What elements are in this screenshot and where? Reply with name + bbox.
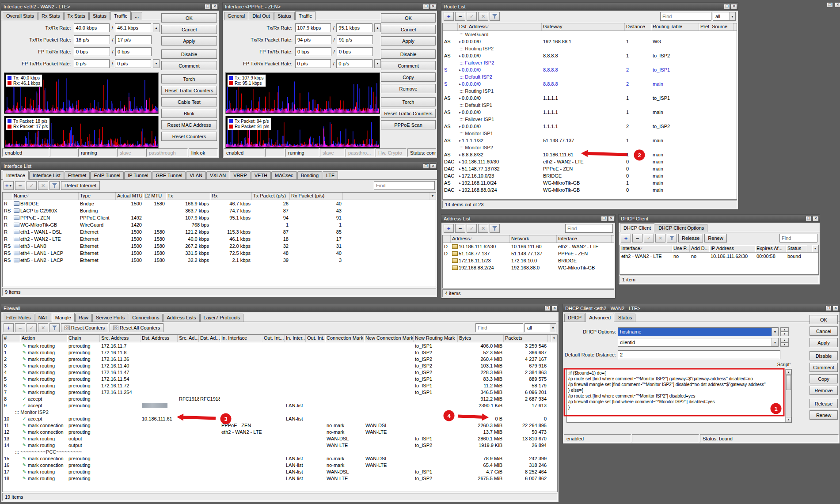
tab-layer7-protocols[interactable]: Layer7 Protocols bbox=[200, 314, 244, 322]
comment-button[interactable]: Comment bbox=[381, 61, 436, 70]
titlebar[interactable]: Address List ❐ ✕ bbox=[441, 215, 615, 223]
table-row[interactable]: 14✎mark routingoutputWAN-LTEto_ISP21919.… bbox=[3, 442, 557, 448]
tab-interface-list[interactable]: Interface List bbox=[29, 171, 64, 179]
table-row[interactable]: AS▸0.0.0.0/0192.168.88.11WG bbox=[443, 38, 737, 45]
minus-icon[interactable]: − bbox=[455, 224, 465, 233]
table-row[interactable]: RSeth5 - LAN2 - LACPEthernet1500158032.2… bbox=[3, 257, 436, 264]
apply-button[interactable]: Apply bbox=[161, 36, 217, 45]
find-input[interactable] bbox=[475, 323, 523, 332]
remove-button[interactable]: Remove bbox=[381, 84, 436, 93]
table-row[interactable]: RSeth4 - LAN1 - LACPEthernet15001580331.… bbox=[3, 250, 436, 257]
close-icon[interactable]: ✕ bbox=[551, 306, 558, 311]
table-row[interactable]: 5✎mark routingprerouting172.16.11.54to_I… bbox=[3, 375, 557, 382]
tab-rx-stats[interactable]: Rx Stats bbox=[38, 12, 64, 20]
blink-button[interactable]: Blink bbox=[161, 109, 217, 118]
filter-scope-dropdown[interactable]: all▼ bbox=[525, 323, 556, 332]
table-row[interactable]: RPPPoE - ZENPPPoE Client1492107.9 kbps95… bbox=[3, 214, 436, 221]
expand-arrow-icon[interactable]: ▸ bbox=[459, 174, 461, 178]
field-value-tx[interactable]: 18 p/s bbox=[74, 35, 110, 44]
comment-row[interactable]: ::: ~~~~~~~~~PCC~~~~~~~~~ bbox=[3, 448, 557, 455]
enable-icon[interactable]: ✓ bbox=[27, 181, 37, 190]
table-row[interactable]: 18✎mark routingpreroutingLAN-listWAN-LTE… bbox=[3, 475, 557, 481]
field-value-tx[interactable]: 0 p/s bbox=[295, 59, 331, 68]
tab-status[interactable]: Status bbox=[274, 12, 295, 20]
table-row[interactable]: RSeth3 - LAN0Ethernet15001580267.2 kbps2… bbox=[3, 243, 436, 250]
tab-veth[interactable]: VETH bbox=[251, 171, 271, 179]
restore-icon[interactable]: ❐ bbox=[205, 4, 211, 9]
tab-lte[interactable]: LTE bbox=[323, 171, 338, 179]
comment-button[interactable]: Comment bbox=[161, 61, 217, 70]
restore-icon[interactable]: ❐ bbox=[544, 306, 551, 311]
disable-x-icon[interactable]: ✕ bbox=[655, 234, 665, 243]
tab-dhcp-client-options[interactable]: DHCP Client Options bbox=[655, 224, 707, 232]
table-row[interactable]: 15✎mark connectionpreroutingLAN-listno-m… bbox=[3, 455, 557, 462]
default-route-distance-field[interactable]: 2 bbox=[618, 350, 780, 359]
reset-traffic-counters-button[interactable]: Reset Traffic Counters bbox=[381, 109, 436, 118]
funnel-icon[interactable] bbox=[49, 181, 60, 190]
reset-mac-address-button[interactable]: Reset MAC Address bbox=[161, 120, 217, 129]
expand-arrow-icon[interactable]: ▸ bbox=[459, 188, 461, 192]
titlebar[interactable]: DHCP Client ❐ ✕ bbox=[619, 215, 820, 223]
column-header[interactable] bbox=[443, 23, 458, 30]
tab-ip-tunnel[interactable]: IP Tunnel bbox=[124, 171, 152, 179]
chevron-down-icon[interactable]: ▼ bbox=[772, 338, 778, 346]
expand-arrow-icon[interactable]: ▸ bbox=[459, 96, 461, 100]
tab-mangle[interactable]: Mangle bbox=[52, 313, 75, 322]
table-row[interactable]: S▸0.0.0.0/08.8.8.82to_ISP1 bbox=[443, 66, 737, 73]
table-row[interactable]: 2✎mark routingprerouting172.16.11.36to_I… bbox=[3, 356, 557, 362]
comment-row[interactable]: ::: Failover ISP1 bbox=[443, 116, 737, 123]
column-header[interactable]: Src. Ad... bbox=[178, 335, 199, 342]
script-scrollbar[interactable]: ▲ ▼ bbox=[785, 369, 791, 422]
table-row[interactable]: 3✎mark routingprerouting172.16.11.40to_I… bbox=[3, 362, 557, 369]
restore-icon[interactable]: ❐ bbox=[601, 216, 607, 221]
comment-row[interactable]: ::: Routing ISP1 bbox=[443, 87, 737, 95]
table-row[interactable]: 1✎mark routingprerouting172.16.11.8to_IS… bbox=[3, 349, 557, 356]
table-row[interactable]: 8✓acceptpreroutingRFC1918RFC1918912.2 Mi… bbox=[3, 395, 557, 402]
disable-x-icon[interactable]: ✕ bbox=[38, 323, 48, 332]
dhcp-option-hostname-select[interactable]: hostname▼ bbox=[618, 327, 779, 336]
enable-icon[interactable]: ✓ bbox=[467, 12, 477, 21]
funnel-icon[interactable] bbox=[49, 323, 60, 332]
minus-icon[interactable]: − bbox=[15, 323, 25, 332]
table-row[interactable]: 0✎mark routingprerouting172.16.11.7to_IS… bbox=[3, 342, 557, 349]
column-header[interactable]: Bytes bbox=[458, 335, 504, 342]
move-down-icon[interactable]: ▼ bbox=[780, 342, 789, 347]
field-value-tx[interactable]: 94 p/s bbox=[295, 35, 331, 44]
table-row[interactable]: D51.148.77.13751.148.77.137PPPoE - ZEN bbox=[443, 250, 614, 257]
funnel-icon[interactable] bbox=[667, 234, 677, 243]
tab-advanced[interactable]: Advanced bbox=[585, 313, 614, 322]
restore-icon[interactable]: ❐ bbox=[806, 216, 812, 221]
expand-arrow-icon[interactable]: ▸ bbox=[459, 139, 461, 143]
dhcp-option-clientid-select[interactable]: clientid▼ bbox=[618, 338, 779, 347]
funnel-icon[interactable] bbox=[490, 224, 500, 233]
table-row[interactable]: 17✎mark routingpreroutingLAN-listWAN-DSL… bbox=[3, 468, 557, 475]
scroll-up-icon[interactable]: ▲ bbox=[786, 369, 791, 375]
column-header[interactable]: Out. Int... bbox=[262, 335, 285, 342]
column-header[interactable]: Type bbox=[79, 193, 116, 200]
table-row[interactable]: AS▸0.0.0.0/01.1.1.11main bbox=[443, 109, 737, 116]
column-header[interactable]: In. Interface bbox=[220, 335, 262, 342]
column-header[interactable]: Src. Address bbox=[100, 335, 141, 342]
minus-icon[interactable]: − bbox=[15, 181, 25, 190]
find-input[interactable] bbox=[374, 181, 435, 190]
titlebar[interactable]: Interface <eth2 - WAN2 - LTE> ❐ ✕ bbox=[1, 3, 219, 11]
comment-row[interactable]: ::: Default ISP2 bbox=[443, 73, 737, 80]
detect-internet-button[interactable]: Detect Internet bbox=[61, 181, 100, 190]
tab-bonding[interactable]: Bonding bbox=[297, 171, 322, 179]
close-icon[interactable]: ✕ bbox=[832, 306, 839, 311]
release-button[interactable]: Release bbox=[678, 234, 703, 243]
column-header[interactable]: Address∕ bbox=[451, 235, 510, 243]
comment-row[interactable]: ::: Monitor ISP2 bbox=[443, 144, 737, 151]
column-header[interactable]: Status bbox=[786, 245, 807, 252]
column-header[interactable]: Add D... bbox=[690, 245, 709, 252]
table-row[interactable]: 4✎mark routingprerouting172.16.11.47to_I… bbox=[3, 369, 557, 375]
cancel-button[interactable]: Cancel bbox=[161, 25, 217, 34]
restore-icon[interactable]: ❐ bbox=[827, 2, 833, 8]
tab-address-lists[interactable]: Address Lists bbox=[163, 314, 199, 322]
table-row[interactable]: 12✎mark connectionpreroutingeth2 - WAN2 … bbox=[3, 428, 557, 435]
tab-status[interactable]: Status bbox=[615, 314, 635, 322]
field-value-rx[interactable]: 91 p/s bbox=[337, 35, 373, 44]
table-row[interactable]: 13✎mark routingoutputWAN-DSLto_ISP12860.… bbox=[3, 435, 557, 442]
table-row[interactable]: RBRIDGEBridge15001580166.9 kbps46.7 kbps… bbox=[3, 200, 436, 207]
column-header[interactable]: In. Inter... bbox=[285, 335, 306, 342]
